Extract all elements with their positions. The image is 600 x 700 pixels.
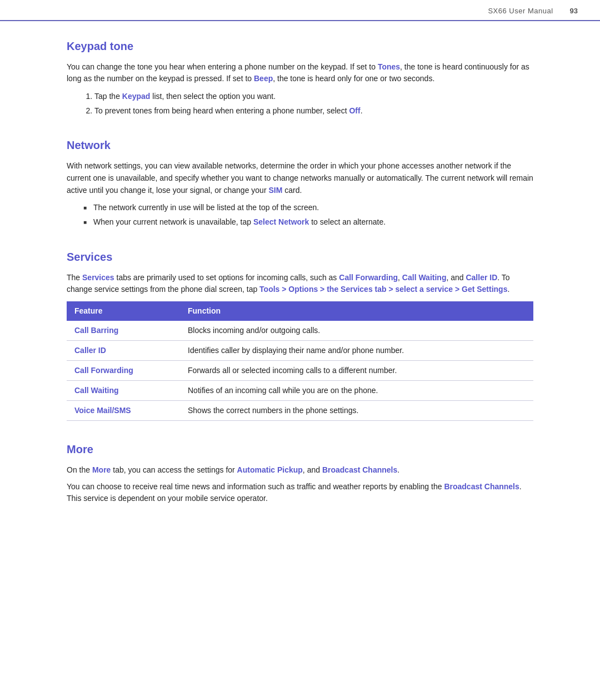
keypad-tone-title: Keypad tone	[67, 38, 533, 54]
function-cell: Blocks incoming and/or outgoing calls.	[180, 321, 533, 341]
services-paragraph: The Services tabs are primarily used to …	[67, 272, 533, 296]
page-header: SX66 User Manual 93	[0, 0, 600, 21]
tones-link[interactable]: Tones	[378, 62, 400, 71]
function-cell: Identifies caller by displaying their na…	[180, 341, 533, 361]
off-link[interactable]: Off	[349, 106, 360, 115]
network-section: Network With network settings, you can v…	[67, 137, 533, 228]
more-section: More On the More tab, you can access the…	[67, 441, 533, 505]
network-paragraph: With network settings, you can view avai…	[67, 160, 533, 196]
network-bullet1: The network currently in use will be lis…	[83, 202, 533, 214]
broadcast-channels-link1[interactable]: Broadcast Channels	[322, 465, 397, 474]
keypad-tone-text1: You can change the tone you hear when en…	[67, 62, 378, 71]
table-row: Call ForwardingForwards all or selected …	[67, 361, 533, 381]
function-cell: Notifies of an incoming call while you a…	[180, 381, 533, 401]
page-number: 93	[570, 6, 578, 17]
table-row: Voice Mail/SMSShows the correct numbers …	[67, 401, 533, 421]
table-row: Call WaitingNotifies of an incoming call…	[67, 381, 533, 401]
keypad-tone-steps: Tap the Keypad list, then select the opt…	[94, 91, 533, 117]
call-forwarding-link[interactable]: Call Forwarding	[339, 273, 398, 282]
table-row: Call BarringBlocks incoming and/or outgo…	[67, 321, 533, 341]
feature-cell: Call Forwarding	[67, 361, 180, 381]
select-network-link[interactable]: Select Network	[253, 217, 309, 226]
keypad-tone-section: Keypad tone You can change the tone you …	[67, 38, 533, 117]
col-function-header: Function	[180, 301, 533, 321]
keypad-link[interactable]: Keypad	[122, 92, 151, 101]
function-cell: Forwards all or selected incoming calls …	[180, 361, 533, 381]
services-link[interactable]: Services	[82, 273, 114, 282]
network-title: Network	[67, 137, 533, 153]
sim-link[interactable]: SIM	[268, 186, 282, 195]
network-bullet2: When your current network is unavailable…	[83, 216, 533, 229]
function-cell: Shows the correct numbers in the phone s…	[180, 401, 533, 421]
page-container: SX66 User Manual 93 Keypad tone You can …	[0, 0, 600, 700]
services-title: Services	[67, 249, 533, 265]
tools-link[interactable]: Tools > Options > the Services tab > sel…	[259, 285, 507, 294]
feature-cell: Voice Mail/SMS	[67, 401, 180, 421]
more-paragraph1: On the More tab, you can access the sett…	[67, 464, 533, 476]
keypad-tone-text3: , the tone is heard only for one or two …	[273, 74, 434, 83]
more-paragraph2: You can choose to receive real time news…	[67, 481, 533, 505]
broadcast-channels-link2[interactable]: Broadcast Channels	[444, 482, 519, 491]
keypad-tone-step1: Tap the Keypad list, then select the opt…	[94, 91, 533, 103]
table-row: Caller IDIdentifies caller by displaying…	[67, 341, 533, 361]
beep-link[interactable]: Beep	[254, 74, 273, 83]
feature-cell: Caller ID	[67, 341, 180, 361]
feature-cell: Call Waiting	[67, 381, 180, 401]
call-waiting-link[interactable]: Call Waiting	[402, 273, 447, 282]
more-link[interactable]: More	[92, 465, 111, 474]
col-feature-header: Feature	[67, 301, 180, 321]
keypad-tone-paragraph: You can change the tone you hear when en…	[67, 61, 533, 85]
more-title: More	[67, 441, 533, 458]
caller-id-link[interactable]: Caller ID	[466, 273, 497, 282]
keypad-tone-step2: To prevent tones from being heard when e…	[94, 105, 533, 117]
feature-cell: Call Barring	[67, 321, 180, 341]
auto-pickup-link[interactable]: Automatic Pickup	[237, 465, 303, 474]
network-bullets: The network currently in use will be lis…	[83, 202, 533, 228]
main-content: Keypad tone You can change the tone you …	[0, 21, 600, 701]
header-title: SX66 User Manual	[488, 6, 553, 17]
services-section: Services The Services tabs are primarily…	[67, 249, 533, 421]
table-header-row: Feature Function	[67, 301, 533, 321]
services-table: Feature Function Call BarringBlocks inco…	[67, 301, 533, 421]
